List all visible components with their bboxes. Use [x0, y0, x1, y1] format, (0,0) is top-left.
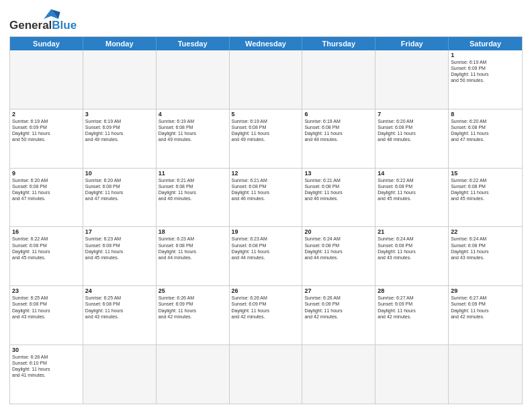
calendar-cell: 12Sunrise: 6:21 AM Sunset: 6:08 PM Dayli… — [230, 169, 303, 227]
day-number: 5 — [232, 111, 300, 118]
calendar-cell: 18Sunrise: 6:23 AM Sunset: 6:08 PM Dayli… — [157, 227, 230, 285]
calendar-cell: 27Sunrise: 6:26 AM Sunset: 6:09 PM Dayli… — [302, 286, 375, 345]
day-number: 14 — [378, 170, 446, 177]
cell-info: Sunrise: 6:21 AM Sunset: 6:08 PM Dayligh… — [232, 177, 300, 201]
cell-info: Sunrise: 6:22 AM Sunset: 6:08 PM Dayligh… — [12, 236, 81, 260]
cell-info: Sunrise: 6:22 AM Sunset: 6:08 PM Dayligh… — [378, 177, 446, 201]
cell-info: Sunrise: 6:26 AM Sunset: 6:09 PM Dayligh… — [232, 295, 300, 319]
weekday-header: Tuesday — [157, 37, 230, 50]
cell-info: Sunrise: 6:25 AM Sunset: 6:08 PM Dayligh… — [85, 295, 154, 319]
calendar-cell: 23Sunrise: 6:25 AM Sunset: 6:08 PM Dayli… — [10, 286, 83, 345]
day-number: 12 — [232, 170, 300, 177]
calendar-cell: 13Sunrise: 6:21 AM Sunset: 6:08 PM Dayli… — [302, 169, 375, 227]
calendar-cell — [375, 345, 449, 404]
cell-info: Sunrise: 6:21 AM Sunset: 6:08 PM Dayligh… — [159, 177, 227, 201]
day-number: 13 — [304, 170, 373, 177]
calendar-cell — [302, 50, 375, 109]
logo-blue: Blue — [52, 19, 77, 32]
calendar-cell — [83, 50, 157, 109]
calendar-row: 2Sunrise: 6:19 AM Sunset: 6:09 PM Daylig… — [10, 109, 522, 168]
calendar-row: 9Sunrise: 6:20 AM Sunset: 6:08 PM Daylig… — [10, 168, 522, 227]
day-number: 21 — [378, 228, 446, 235]
cell-info: Sunrise: 6:24 AM Sunset: 6:08 PM Dayligh… — [451, 236, 520, 260]
cell-info: Sunrise: 6:19 AM Sunset: 6:08 PM Dayligh… — [159, 118, 227, 142]
cell-info: Sunrise: 6:20 AM Sunset: 6:08 PM Dayligh… — [12, 177, 81, 201]
calendar-cell: 6Sunrise: 6:19 AM Sunset: 6:08 PM Daylig… — [302, 109, 375, 168]
calendar-cell — [157, 50, 230, 109]
calendar-cell — [230, 345, 303, 404]
day-number: 16 — [12, 228, 81, 235]
day-number: 23 — [12, 287, 81, 294]
calendar-row: 30Sunrise: 6:28 AM Sunset: 6:10 PM Dayli… — [10, 345, 522, 404]
day-number: 30 — [12, 347, 81, 353]
cell-info: Sunrise: 6:24 AM Sunset: 6:08 PM Dayligh… — [304, 236, 373, 260]
cell-info: Sunrise: 6:25 AM Sunset: 6:08 PM Dayligh… — [12, 295, 81, 319]
cell-info: Sunrise: 6:21 AM Sunset: 6:08 PM Dayligh… — [304, 177, 373, 201]
cell-info: Sunrise: 6:23 AM Sunset: 6:08 PM Dayligh… — [159, 236, 227, 260]
day-number: 9 — [12, 170, 81, 177]
calendar-cell: 19Sunrise: 6:23 AM Sunset: 6:08 PM Dayli… — [230, 227, 303, 285]
cell-info: Sunrise: 6:19 AM Sunset: 6:09 PM Dayligh… — [451, 59, 520, 83]
calendar-cell: 1Sunrise: 6:19 AM Sunset: 6:09 PM Daylig… — [449, 50, 522, 109]
day-number: 2 — [12, 111, 81, 118]
header: General Blue — [9, 7, 523, 32]
calendar-cell — [230, 50, 303, 109]
calendar-row: 16Sunrise: 6:22 AM Sunset: 6:08 PM Dayli… — [10, 226, 522, 285]
calendar-cell: 21Sunrise: 6:24 AM Sunset: 6:08 PM Dayli… — [375, 227, 449, 285]
weekday-header: Thursday — [302, 37, 375, 50]
cell-info: Sunrise: 6:28 AM Sunset: 6:10 PM Dayligh… — [12, 354, 81, 378]
calendar-cell: 30Sunrise: 6:28 AM Sunset: 6:10 PM Dayli… — [10, 345, 83, 404]
calendar: SundayMondayTuesdayWednesdayThursdayFrid… — [9, 36, 523, 404]
day-number: 3 — [85, 111, 154, 118]
calendar-row: 1Sunrise: 6:19 AM Sunset: 6:09 PM Daylig… — [10, 50, 522, 109]
calendar-row: 23Sunrise: 6:25 AM Sunset: 6:08 PM Dayli… — [10, 285, 522, 345]
calendar-cell: 20Sunrise: 6:24 AM Sunset: 6:08 PM Dayli… — [302, 227, 375, 285]
calendar-cell: 17Sunrise: 6:23 AM Sunset: 6:08 PM Dayli… — [83, 227, 157, 285]
calendar-cell — [302, 345, 375, 404]
calendar-cell: 14Sunrise: 6:22 AM Sunset: 6:08 PM Dayli… — [375, 169, 449, 227]
logo-general: General — [9, 19, 52, 32]
cell-info: Sunrise: 6:23 AM Sunset: 6:08 PM Dayligh… — [85, 236, 154, 260]
calendar-cell: 16Sunrise: 6:22 AM Sunset: 6:08 PM Dayli… — [10, 227, 83, 285]
day-number: 7 — [378, 111, 446, 118]
day-number: 8 — [451, 111, 520, 118]
cell-info: Sunrise: 6:19 AM Sunset: 6:08 PM Dayligh… — [232, 118, 300, 142]
day-number: 10 — [85, 170, 154, 177]
calendar-cell: 24Sunrise: 6:25 AM Sunset: 6:08 PM Dayli… — [83, 286, 157, 345]
day-number: 15 — [451, 170, 520, 177]
weekday-header: Friday — [375, 37, 449, 50]
cell-info: Sunrise: 6:20 AM Sunset: 6:08 PM Dayligh… — [85, 177, 154, 201]
day-number: 17 — [85, 228, 154, 235]
calendar-cell: 29Sunrise: 6:27 AM Sunset: 6:09 PM Dayli… — [449, 286, 522, 345]
calendar-cell: 2Sunrise: 6:19 AM Sunset: 6:09 PM Daylig… — [10, 109, 83, 168]
weekday-header: Sunday — [10, 37, 83, 50]
day-number: 26 — [232, 287, 300, 294]
cell-info: Sunrise: 6:24 AM Sunset: 6:08 PM Dayligh… — [378, 236, 446, 260]
cell-info: Sunrise: 6:26 AM Sunset: 6:09 PM Dayligh… — [159, 295, 227, 319]
cell-info: Sunrise: 6:20 AM Sunset: 6:08 PM Dayligh… — [451, 118, 520, 142]
day-number: 25 — [159, 287, 227, 294]
day-number: 4 — [159, 111, 227, 118]
cell-info: Sunrise: 6:19 AM Sunset: 6:08 PM Dayligh… — [304, 118, 373, 142]
day-number: 6 — [304, 111, 373, 118]
calendar-cell — [10, 50, 83, 109]
calendar-cell: 28Sunrise: 6:27 AM Sunset: 6:09 PM Dayli… — [375, 286, 449, 345]
day-number: 24 — [85, 287, 154, 294]
day-number: 29 — [451, 287, 520, 294]
weekday-header: Wednesday — [230, 37, 303, 50]
calendar-cell: 25Sunrise: 6:26 AM Sunset: 6:09 PM Dayli… — [157, 286, 230, 345]
weekday-header: Saturday — [449, 37, 522, 50]
calendar-cell: 10Sunrise: 6:20 AM Sunset: 6:08 PM Dayli… — [83, 169, 157, 227]
calendar-cell: 7Sunrise: 6:20 AM Sunset: 6:08 PM Daylig… — [375, 109, 449, 168]
calendar-cell: 26Sunrise: 6:26 AM Sunset: 6:09 PM Dayli… — [230, 286, 303, 345]
cell-info: Sunrise: 6:26 AM Sunset: 6:09 PM Dayligh… — [304, 295, 373, 319]
cell-info: Sunrise: 6:27 AM Sunset: 6:09 PM Dayligh… — [451, 295, 520, 319]
day-number: 28 — [378, 287, 446, 294]
calendar-cell: 5Sunrise: 6:19 AM Sunset: 6:08 PM Daylig… — [230, 109, 303, 168]
calendar-cell — [449, 345, 522, 404]
cell-info: Sunrise: 6:22 AM Sunset: 6:08 PM Dayligh… — [451, 177, 520, 201]
day-number: 20 — [304, 228, 373, 235]
calendar-cell: 3Sunrise: 6:19 AM Sunset: 6:09 PM Daylig… — [83, 109, 157, 168]
page: General Blue SundayMondayTuesdayWednesda… — [0, 0, 532, 411]
logo: General Blue — [9, 9, 77, 32]
